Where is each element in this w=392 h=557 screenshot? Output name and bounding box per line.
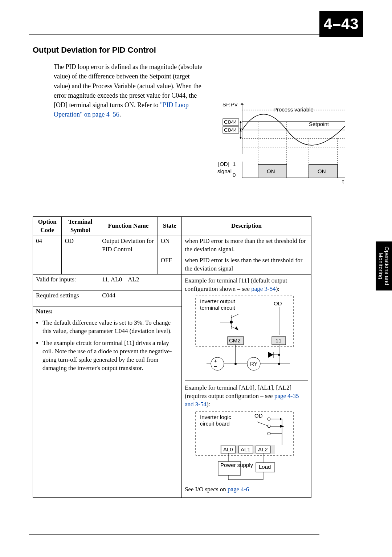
example2-intro: Example for terminal [AL0], [AL1], [AL2]… [185,384,308,409]
note-1: The default difference value is set to 3… [42,319,179,336]
svg-text:Power supply: Power supply [220,462,253,468]
svg-text:Inverter output: Inverter output [200,298,236,304]
svg-text:1: 1 [233,161,236,167]
page-number-badge: 4–43 [319,11,363,37]
svg-point-63 [278,363,280,365]
svg-marker-16 [240,129,242,131]
svg-text:AL1: AL1 [241,446,250,452]
svg-marker-13 [240,121,242,123]
svg-text:Setpoint: Setpoint [309,121,329,127]
example1-link[interactable]: page 3-54 [251,285,276,292]
svg-marker-48 [235,326,238,330]
svg-line-46 [231,314,238,318]
svg-text:–: – [214,363,217,369]
svg-text:11: 11 [275,337,282,343]
svg-text:SP,PV: SP,PV [222,103,238,107]
svg-text:Load: Load [259,464,271,470]
svg-marker-18 [241,103,244,105]
top-rule [29,34,319,35]
svg-point-53 [211,357,224,370]
section-tab: Operations andMonitoring [376,241,392,290]
function-table: Option Code Terminal Symbol Function Nam… [33,216,311,498]
bottom-rule [29,534,319,535]
svg-point-74 [268,432,270,435]
notes-heading: Notes: [36,308,179,316]
svg-text:Process variable: Process variable [273,106,314,113]
svg-marker-17 [240,137,242,139]
svg-text:t: t [342,178,344,183]
page-badge-left: 4– [324,15,341,32]
circuit-diagram-1: Inverter output terminal circuit OD CM2 … [185,293,308,377]
circuit-diagram-2: Inverter logic circuit board OD AL0 [185,409,308,481]
svg-point-61 [278,354,280,356]
svg-text:ON: ON [267,168,275,174]
svg-text:terminal circuit: terminal circuit [200,305,236,311]
waveform-diagram: C044 C044 SP,PV Process variable Setpoin… [216,103,347,183]
svg-point-68 [268,418,270,420]
svg-marker-70 [280,418,282,420]
svg-text:ON: ON [318,168,326,174]
svg-text:OD: OD [254,412,263,419]
svg-text:AL2: AL2 [258,446,268,452]
example1-intro: Example for terminal [11] (default outpu… [185,277,308,293]
io-specs-link[interactable]: page 4-6 [228,486,249,493]
svg-text:Inverter logic: Inverter logic [200,414,231,420]
svg-line-77 [257,422,269,426]
svg-text:0: 0 [233,172,236,178]
svg-text:C044: C044 [224,119,237,125]
section-body: The PID loop error is defined as the mag… [54,62,203,119]
page-badge-right: 43 [341,15,359,32]
svg-text:signal: signal [217,168,232,174]
svg-text:CM2: CM2 [229,337,241,343]
svg-text:circuit board: circuit board [200,420,230,427]
svg-text:C044: C044 [224,127,237,133]
svg-text:OD: OD [274,300,282,306]
svg-text:RY: RY [250,361,258,367]
svg-text:[OD]: [OD] [218,161,229,167]
io-specs-footer: See I/O specs on page 4-6 [185,485,308,494]
svg-marker-59 [268,352,273,358]
note-2: The example circuit for terminal [11] dr… [42,339,179,373]
svg-point-62 [234,363,237,365]
section-title: Output Deviation for PID Control [33,45,348,55]
svg-text:AL0: AL0 [223,446,233,452]
